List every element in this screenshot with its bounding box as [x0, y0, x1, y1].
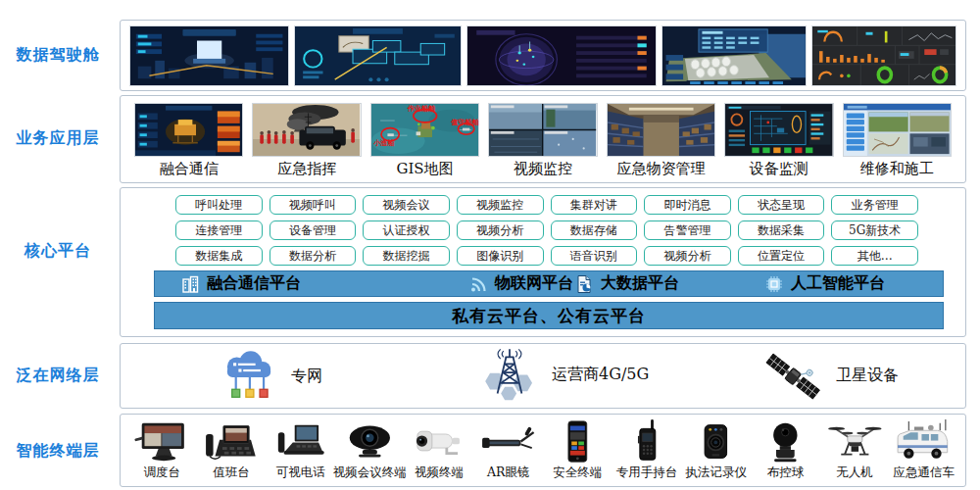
platform-item-iot: 物联网平台 — [468, 271, 573, 296]
platform-label: 物联网平台 — [495, 273, 573, 294]
dash-globe-icon — [467, 26, 656, 85]
handheld-radio-icon — [613, 419, 681, 464]
terminal-item: 视频终端 — [406, 419, 473, 481]
capability-box: 告警管理 — [644, 220, 731, 240]
app-item-emergency-command: 应急指挥 — [252, 103, 361, 180]
layer-label-business: 业务应用层 — [0, 128, 116, 149]
terminal-caption: 应急通信车 — [893, 465, 955, 481]
app-item-gis-map: 作业船舶 值守船舶 小渔船 GIS地图 — [370, 103, 479, 180]
terminal-caption: 无人机 — [836, 465, 873, 481]
capability-box: 即时消息 — [644, 195, 731, 215]
capability-box: 数据采集 — [738, 220, 825, 240]
platform-item-ai: 人工智能平台 — [764, 271, 885, 296]
capability-box: 视频分析 — [457, 220, 544, 240]
cloud-platform-bar: 私有云平台、公有云平台 — [154, 302, 944, 329]
capability-box: 图像识别 — [457, 246, 544, 266]
capability-box: 数据存储 — [551, 220, 638, 240]
thumb-video-monitoring-icon — [488, 103, 597, 157]
terminal-item: 视频会议终端 — [336, 419, 404, 481]
dash-city-icon — [130, 26, 288, 85]
platform-label: 人工智能平台 — [791, 273, 885, 294]
signal-tower-icon — [479, 346, 540, 403]
dash-plant-icon — [295, 26, 461, 85]
platform-bar: 融合通信平台 物联网平台 大数据平台 人工智能平台 — [154, 270, 944, 297]
app-caption: GIS地图 — [396, 160, 453, 178]
network-item-private-net: 专网 — [219, 350, 322, 403]
capability-box: 视频监控 — [457, 195, 544, 215]
terminal-caption: 视频终端 — [415, 465, 464, 481]
capability-box: 视频分析 — [644, 246, 731, 266]
dash-analytics-icon — [812, 26, 956, 85]
terminal-item: 值班台 — [198, 419, 266, 481]
capability-box: 状态呈现 — [738, 195, 825, 215]
terminal-caption: 布控球 — [767, 465, 805, 481]
cockpit-dashboard-thumbnail — [662, 25, 807, 86]
terminal-caption: 值班台 — [213, 465, 250, 481]
network-label: 专网 — [291, 367, 322, 387]
core-platform-row: 呼叫处理 视频呼叫 视频会议 视频监控 集群对讲 即时消息 状态呈现 业务管理 … — [120, 187, 966, 337]
platform-item-bigdata: 大数据平台 — [574, 271, 679, 296]
network-item-carrier-4g5g: 运营商4G/5G — [479, 346, 649, 403]
thumb-device-monitoring-icon — [724, 103, 833, 157]
building-icon — [180, 274, 200, 294]
app-caption: 融合通信 — [160, 160, 219, 178]
capability-box: 数据集成 — [175, 246, 263, 266]
capability-box: 设备管理 — [270, 220, 357, 240]
terminal-item: 调度台 — [128, 419, 196, 481]
terminal-item: AR眼镜 — [474, 419, 542, 481]
gis-annotation: 作业船舶 — [408, 106, 435, 113]
ar-glasses-icon — [474, 419, 542, 464]
capability-box: 认证授权 — [363, 220, 450, 240]
layer-label-core: 核心平台 — [0, 241, 116, 262]
comm-vehicle-icon — [890, 419, 957, 464]
terminal-caption: 安全终端 — [553, 465, 602, 481]
terminal-item: 应急通信车 — [890, 419, 957, 481]
network-layer-row: 专网 运营商4G/5G 卫星设备 — [120, 343, 966, 409]
drone-icon — [821, 419, 889, 464]
platform-item-converged-comm: 融合通信平台 — [180, 271, 301, 296]
thumb-supplies-icon — [607, 103, 715, 157]
capability-box: 连接管理 — [175, 220, 263, 240]
thumb-converged-comm-icon — [134, 103, 243, 157]
app-item-video-monitoring: 视频监控 — [488, 103, 597, 180]
capability-box: 数据挖掘 — [363, 246, 450, 266]
secure-phone-icon — [544, 419, 612, 464]
app-caption: 维修和施工 — [860, 160, 934, 178]
capability-box: 其他… — [831, 246, 918, 266]
terminal-caption: 视频会议终端 — [333, 465, 407, 481]
cloud-bar-label: 私有云平台、公有云平台 — [452, 305, 646, 327]
terminal-item: 安全终端 — [544, 419, 612, 481]
platform-label: 融合通信平台 — [207, 273, 301, 294]
app-caption: 视频监控 — [514, 160, 572, 178]
thumb-maintenance-icon — [843, 103, 952, 157]
terminal-item: 专用手持台 — [613, 419, 681, 481]
capability-box: 5G新技术 — [831, 220, 918, 240]
app-caption: 设备监测 — [750, 160, 808, 178]
conference-camera-icon — [336, 419, 404, 464]
app-item-device-monitoring: 设备监测 — [724, 103, 833, 180]
platform-label: 大数据平台 — [601, 273, 679, 294]
network-item-satellite: 卫星设备 — [763, 349, 899, 402]
layer-label-terminal: 智能终端层 — [0, 441, 116, 462]
network-label: 卫星设备 — [836, 366, 899, 386]
layer-label-cockpit: 数据驾驶舱 — [0, 45, 116, 66]
app-caption: 应急指挥 — [277, 160, 336, 178]
wifi-signal-icon — [468, 274, 488, 294]
app-item-supplies: 应急物资管理 — [607, 103, 715, 180]
terminal-item: 布控球 — [752, 419, 819, 481]
gis-annotation: 小渔船 — [373, 140, 394, 147]
business-layer-row: 融合通信 应急指挥 作业船舶 值守船舶 小渔船 GIS地图 视频监控 应急物资管… — [120, 95, 966, 183]
terminal-caption: 专用手持台 — [616, 465, 678, 481]
capability-box: 呼叫处理 — [175, 195, 263, 215]
cockpit-dashboard-thumbnail — [466, 25, 657, 86]
capability-box: 数据分析 — [270, 246, 357, 266]
capability-box: 业务管理 — [831, 195, 918, 215]
video-phone-icon — [267, 419, 334, 464]
cockpit-dashboard-thumbnail — [811, 25, 956, 86]
network-label: 运营商4G/5G — [552, 365, 649, 385]
layer-label-network: 泛在网络层 — [0, 366, 116, 386]
body-camera-icon — [682, 419, 750, 464]
cloud-network-icon — [219, 350, 279, 403]
terminal-item: 可视电话 — [267, 419, 334, 481]
bullet-camera-icon — [406, 419, 473, 464]
